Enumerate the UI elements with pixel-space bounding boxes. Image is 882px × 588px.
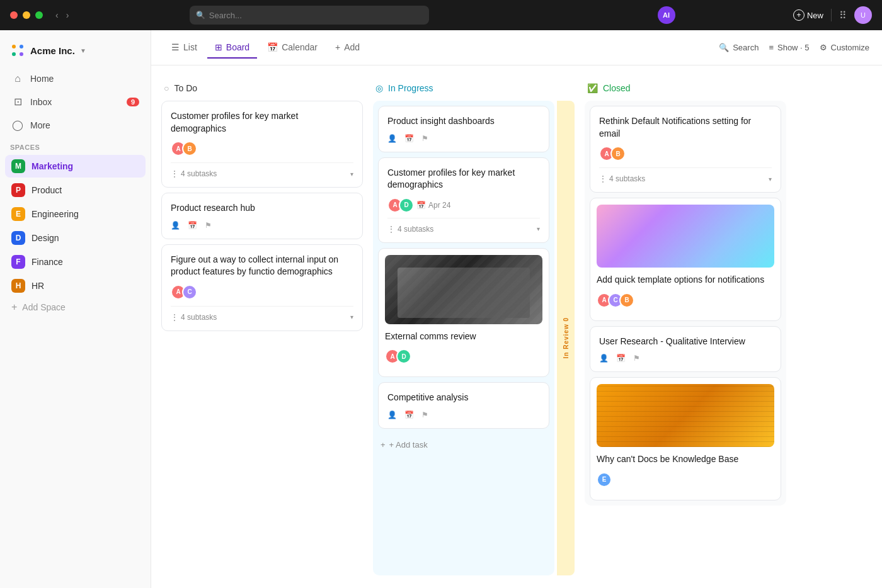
subtasks-count: 4 subtasks <box>609 174 766 183</box>
closed-column-title: Closed <box>603 83 631 93</box>
sidebar-item-product[interactable]: P Product <box>5 179 146 201</box>
nav-arrows: ‹ › <box>53 9 71 21</box>
add-task-button[interactable]: + + Add task <box>378 434 549 456</box>
sidebar-item-hr[interactable]: H HR <box>5 274 146 297</box>
todo-status-icon: ○ <box>164 83 169 93</box>
header-search-button[interactable]: 🔍 Search <box>719 43 759 52</box>
minimize-window-button[interactable] <box>23 11 30 19</box>
sidebar: Acme Inc. ▼ ⌂ Home ⊡ Inbox 9 ◯ More Spac… <box>0 30 151 588</box>
date-meta: 📅 <box>188 221 197 230</box>
avatar: B <box>619 293 634 308</box>
header-customize-label: Customize <box>831 43 869 52</box>
card-avatars: E <box>597 472 774 487</box>
card-docs-knowledge-base[interactable]: Why can't Docs be Knowledge Base E <box>590 377 781 500</box>
in-review-bar: In Review 0 <box>557 101 575 575</box>
tab-board[interactable]: ⊞ Board <box>207 37 257 59</box>
avatar: B <box>182 141 197 156</box>
flag-meta: ⚑ <box>421 410 428 419</box>
card-title: Add quick template options for notificat… <box>597 274 774 286</box>
header-show-icon: ≡ <box>769 43 774 52</box>
content-area: ☰ List ⊞ Board 📅 Calendar + Add 🔍 Search <box>151 30 882 588</box>
inprogress-status-icon: ◎ <box>375 83 383 93</box>
card-product-insight[interactable]: Product insight dashboards 👤 📅 ⚑ <box>378 106 549 152</box>
todo-column-title: To Do <box>174 83 197 93</box>
subtasks-row[interactable]: ⋮ 4 subtasks ▾ <box>171 306 353 322</box>
search-icon: 🔍 <box>196 11 205 20</box>
svg-point-1 <box>20 45 23 48</box>
avatar: D <box>396 349 411 364</box>
close-window-button[interactable] <box>10 11 18 19</box>
more-icon: ◯ <box>11 119 24 131</box>
date-display: 📅 Apr 24 <box>416 201 450 210</box>
card-quick-template[interactable]: Add quick template options for notificat… <box>590 198 781 321</box>
header-show-label: Show · 5 <box>777 43 810 52</box>
date-meta: 📅 <box>616 354 626 363</box>
sidebar-item-home[interactable]: ⌂ Home <box>5 68 146 89</box>
subtasks-row[interactable]: ⋮ 4 subtasks ▾ <box>387 218 540 234</box>
list-tab-icon: ☰ <box>171 42 180 52</box>
subtasks-row[interactable]: ⋮ 4 subtasks ▾ <box>171 162 353 178</box>
inprogress-column-header: ◎ In Progress <box>373 78 575 101</box>
card-collect-input[interactable]: Figure out a way to collect internal inp… <box>161 244 363 331</box>
new-button[interactable]: + New <box>793 9 823 21</box>
grid-icon[interactable]: ⠿ <box>839 9 847 21</box>
ai-badge[interactable]: AI <box>658 6 675 24</box>
sidebar-item-marketing[interactable]: M Marketing <box>5 155 146 178</box>
card-title: External comms review <box>385 331 542 343</box>
hr-dot: H <box>11 279 25 293</box>
card-product-research-hub[interactable]: Product research hub 👤 📅 ⚑ <box>161 193 363 239</box>
list-tab-label: List <box>183 42 197 52</box>
subtasks-chevron-icon: ▾ <box>769 176 772 183</box>
workspace-name: Acme Inc. <box>30 45 75 56</box>
tab-list[interactable]: ☰ List <box>164 37 205 59</box>
card-avatars: A B <box>599 146 772 161</box>
tab-add[interactable]: + Add <box>328 37 367 59</box>
workspace-logo[interactable]: Acme Inc. ▼ <box>0 38 151 68</box>
sidebar-item-more[interactable]: ◯ More <box>5 114 146 136</box>
topbar: ‹ › 🔍 Search... AI + New ⠿ U <box>0 0 882 30</box>
inbox-badge: 9 <box>127 98 139 106</box>
tab-calendar[interactable]: 📅 Calendar <box>260 37 325 59</box>
closed-status-icon: ✅ <box>587 83 598 93</box>
sidebar-item-finance[interactable]: F Finance <box>5 251 146 273</box>
main-layout: Acme Inc. ▼ ⌂ Home ⊡ Inbox 9 ◯ More Spac… <box>0 30 882 588</box>
subtasks-row[interactable]: ⋮ 4 subtasks ▾ <box>599 167 772 183</box>
product-label: Product <box>32 185 62 195</box>
hr-label: HR <box>32 281 44 291</box>
add-space-button[interactable]: + Add Space <box>5 297 146 317</box>
column-inprogress: ◎ In Progress Product insight dashboards… <box>373 78 575 575</box>
card-competitive-analysis[interactable]: Competitive analysis 👤 📅 ⚑ <box>378 382 549 429</box>
card-external-comms[interactable]: External comms review A D <box>378 248 549 378</box>
calendar-tab-icon: 📅 <box>267 42 278 52</box>
card-title: Rethink Default Notifications setting fo… <box>599 115 772 140</box>
todo-cards: Customer profiles for key market demogra… <box>161 101 363 331</box>
date-meta: 📅 <box>404 410 414 419</box>
avatar: B <box>610 146 626 161</box>
finance-dot: F <box>11 255 25 269</box>
calendar-icon: 📅 <box>416 201 426 210</box>
card-customer-profiles-todo[interactable]: Customer profiles for key market demogra… <box>161 101 363 188</box>
header-customize-button[interactable]: ⚙ Customize <box>820 43 869 52</box>
global-search-bar[interactable]: 🔍 Search... <box>190 6 429 25</box>
spaces-list: M Marketing P Product E Engineering D De… <box>0 155 151 297</box>
assignee-meta: 👤 <box>387 134 397 143</box>
maximize-window-button[interactable] <box>35 11 43 19</box>
back-button[interactable]: ‹ <box>53 9 61 21</box>
user-avatar[interactable]: U <box>854 6 872 24</box>
sidebar-item-design[interactable]: D Design <box>5 227 146 249</box>
search-placeholder: Search... <box>209 11 242 20</box>
card-customer-profiles-inprogress[interactable]: Customer profiles for key market demogra… <box>378 157 549 243</box>
header-customize-icon: ⚙ <box>820 43 827 52</box>
spaces-header: Spaces <box>0 136 151 155</box>
forward-button[interactable]: › <box>64 9 72 21</box>
card-avatars: A D <box>387 198 410 213</box>
subtasks-icon: ⋮ <box>599 174 607 183</box>
card-avatars: A B <box>171 141 353 156</box>
sidebar-item-engineering[interactable]: E Engineering <box>5 203 146 225</box>
sidebar-item-inbox[interactable]: ⊡ Inbox 9 <box>5 91 146 113</box>
svg-point-0 <box>12 45 16 48</box>
add-task-icon: + <box>381 440 386 449</box>
card-rethink-notifications[interactable]: Rethink Default Notifications setting fo… <box>590 106 781 193</box>
header-show-button[interactable]: ≡ Show · 5 <box>769 43 809 52</box>
card-user-research[interactable]: User Research - Qualitative Interview 👤 … <box>590 326 781 373</box>
